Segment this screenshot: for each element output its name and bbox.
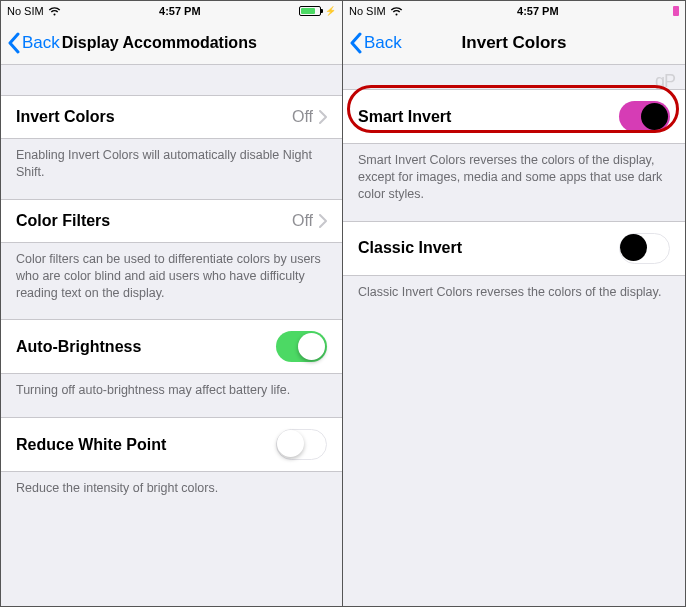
row-value: Off xyxy=(292,212,327,230)
row-value: Off xyxy=(292,108,327,126)
settings-list: Smart Invert Smart Invert Colors reverse… xyxy=(343,65,685,606)
reduce-white-point-row: Reduce White Point xyxy=(1,417,342,472)
reduce-white-point-toggle[interactable] xyxy=(276,429,327,460)
clock-text: 4:57 PM xyxy=(159,5,201,17)
phone-right: No SIM 4:57 PM Back Invert Colors gP Sma… xyxy=(343,1,685,606)
smart-invert-toggle[interactable] xyxy=(619,101,670,132)
auto-brightness-toggle[interactable] xyxy=(276,331,327,362)
back-label: Back xyxy=(22,33,60,53)
back-button[interactable]: Back xyxy=(349,32,402,54)
row-label: Invert Colors xyxy=(16,108,115,126)
invert-colors-row[interactable]: Invert Colors Off xyxy=(1,95,342,139)
wifi-icon xyxy=(48,6,61,16)
nav-bar: Back Invert Colors xyxy=(343,21,685,65)
back-label: Back xyxy=(364,33,402,53)
row-label: Classic Invert xyxy=(358,239,462,257)
chevron-left-icon xyxy=(349,32,362,54)
classic-invert-row: Classic Invert xyxy=(343,221,685,276)
row-label: Auto-Brightness xyxy=(16,338,141,356)
status-bar: No SIM 4:57 PM ⚡ xyxy=(1,1,342,21)
settings-list: Invert Colors Off Enabling Invert Colors… xyxy=(1,65,342,606)
charging-icon: ⚡ xyxy=(325,6,336,16)
page-title: Display Accommodations xyxy=(62,34,257,52)
row-footer: Enabling Invert Colors will automaticall… xyxy=(1,139,342,199)
page-title: Invert Colors xyxy=(462,33,567,53)
smart-invert-row: Smart Invert xyxy=(343,89,685,144)
row-footer: Color filters can be used to differentia… xyxy=(1,243,342,320)
classic-invert-toggle[interactable] xyxy=(619,233,670,264)
row-footer: Classic Invert Colors reverses the color… xyxy=(343,276,685,319)
carrier-text: No SIM xyxy=(7,5,44,17)
row-label: Color Filters xyxy=(16,212,110,230)
row-label: Reduce White Point xyxy=(16,436,166,454)
battery-icon xyxy=(299,6,321,16)
auto-brightness-row: Auto-Brightness xyxy=(1,319,342,374)
row-footer: Reduce the intensity of bright colors. xyxy=(1,472,342,515)
chevron-right-icon xyxy=(319,214,327,228)
nav-bar: Back Display Accommodations xyxy=(1,21,342,65)
back-button[interactable]: Back xyxy=(7,32,60,54)
carrier-text: No SIM xyxy=(349,5,386,17)
chevron-right-icon xyxy=(319,110,327,124)
row-footer: Smart Invert Colors reverses the colors … xyxy=(343,144,685,221)
color-filters-row[interactable]: Color Filters Off xyxy=(1,199,342,243)
status-bar: No SIM 4:57 PM xyxy=(343,1,685,21)
row-footer: Turning off auto-brightness may affect b… xyxy=(1,374,342,417)
chevron-left-icon xyxy=(7,32,20,54)
row-label: Smart Invert xyxy=(358,108,451,126)
phone-left: No SIM 4:57 PM ⚡ Back Display Accommodat… xyxy=(1,1,343,606)
clock-text: 4:57 PM xyxy=(517,5,559,17)
battery-icon xyxy=(673,6,679,16)
wifi-icon xyxy=(390,6,403,16)
